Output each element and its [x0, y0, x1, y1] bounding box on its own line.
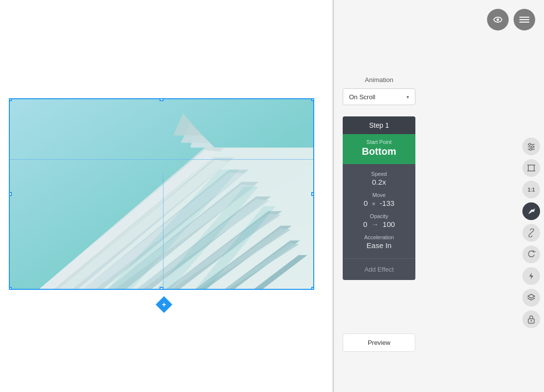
start-point-value: Bottom [351, 146, 408, 157]
building-illustration [10, 99, 313, 289]
lock-icon-button[interactable] [522, 310, 540, 328]
svg-point-26 [497, 19, 499, 21]
top-toolbar [487, 9, 535, 30]
svg-marker-45 [528, 294, 535, 298]
filters-icon-button[interactable] [522, 138, 540, 155]
paint-icon-button[interactable] [522, 202, 540, 220]
move-value[interactable]: 0 ☀ -133 [351, 199, 408, 207]
right-panel: Animation On Scroll ▾ Step 1 Start Point… [334, 0, 544, 392]
opacity-row: Opacity 0 → 100 [351, 213, 408, 228]
lightning-icon [527, 272, 536, 280]
handle-bottom-left[interactable] [9, 287, 12, 290]
add-effect-button[interactable]: Add Effect [343, 258, 415, 280]
hamburger-icon [519, 16, 529, 23]
animation-title: Animation [343, 76, 415, 84]
handle-bottom-right[interactable] [311, 287, 314, 290]
svg-point-35 [530, 148, 532, 150]
preview-button[interactable]: Preview [343, 334, 415, 352]
move-label: Move [351, 192, 408, 198]
svg-point-47 [531, 320, 532, 322]
svg-point-33 [532, 146, 534, 148]
opacity-label: Opacity [351, 213, 408, 219]
step-header: Step 1 [343, 116, 415, 134]
sliders-icon [527, 142, 536, 151]
step-container: Step 1 Start Point Bottom Speed 0.2x Mov… [343, 116, 415, 280]
eye-button[interactable] [487, 9, 509, 30]
paint-brush-icon [527, 207, 536, 216]
start-point-block[interactable]: Start Point Bottom [343, 134, 415, 164]
side-toolbar: 1:1 [522, 138, 540, 328]
handle-mid-right[interactable] [311, 192, 314, 196]
selected-image[interactable] [9, 98, 314, 290]
opacity-arrow-icon: → [371, 220, 379, 228]
lock-icon [527, 315, 535, 324]
opacity-value[interactable]: 0 → 100 [351, 220, 408, 228]
handle-top-mid[interactable] [160, 98, 163, 101]
svg-line-43 [530, 232, 532, 234]
svg-marker-44 [529, 273, 533, 280]
canvas-area: + [0, 0, 333, 392]
acceleration-value[interactable]: Ease In [351, 241, 408, 250]
handle-top-left[interactable] [9, 98, 12, 101]
handle-top-right[interactable] [311, 98, 314, 101]
move-sun-icon: ☀ [371, 201, 376, 207]
acceleration-label: Acceleration [351, 234, 408, 240]
animation-dropdown[interactable]: On Scroll ▾ [343, 88, 415, 105]
handle-mid-left[interactable] [9, 192, 12, 196]
ratio-icon-button[interactable]: 1:1 [522, 181, 540, 198]
guide-horizontal [10, 159, 313, 160]
move-x: 0 [364, 199, 368, 207]
handle-bottom-mid[interactable] [160, 287, 163, 290]
layers-icon [527, 293, 536, 302]
move-y: -133 [380, 199, 394, 207]
start-point-label: Start Point [351, 139, 408, 145]
image-content [10, 99, 313, 289]
opacity-start: 0 [363, 220, 367, 228]
animation-section: Animation On Scroll ▾ [343, 76, 415, 111]
speed-value[interactable]: 0.2x [351, 178, 408, 186]
menu-button[interactable] [514, 9, 535, 30]
animation-dropdown-label: On Scroll [349, 93, 375, 101]
layers-icon-button[interactable] [522, 289, 540, 307]
svg-point-31 [529, 143, 531, 145]
animation-icon-button[interactable] [522, 267, 540, 285]
add-element-button[interactable]: + [156, 296, 172, 313]
eye-icon [492, 14, 503, 25]
rotate-icon-button[interactable] [522, 246, 540, 263]
move-row: Move 0 ☀ -133 [351, 192, 408, 207]
add-icon: + [158, 299, 170, 310]
speed-row: Speed 0.2x [351, 171, 408, 186]
chain-link-icon [527, 228, 536, 237]
crop-icon-button[interactable] [522, 159, 540, 177]
dropdown-arrow-icon: ▾ [407, 94, 409, 100]
opacity-end: 100 [382, 220, 395, 228]
svg-rect-36 [528, 165, 534, 171]
speed-label: Speed [351, 171, 408, 177]
guide-vertical [163, 173, 163, 289]
properties-block: Speed 0.2x Move 0 ☀ -133 Opacity 0 → 100 [343, 164, 415, 258]
rotate-icon [527, 250, 536, 259]
link-icon-button[interactable] [522, 224, 540, 242]
acceleration-row: Acceleration Ease In [351, 234, 408, 250]
crop-icon [527, 164, 536, 172]
